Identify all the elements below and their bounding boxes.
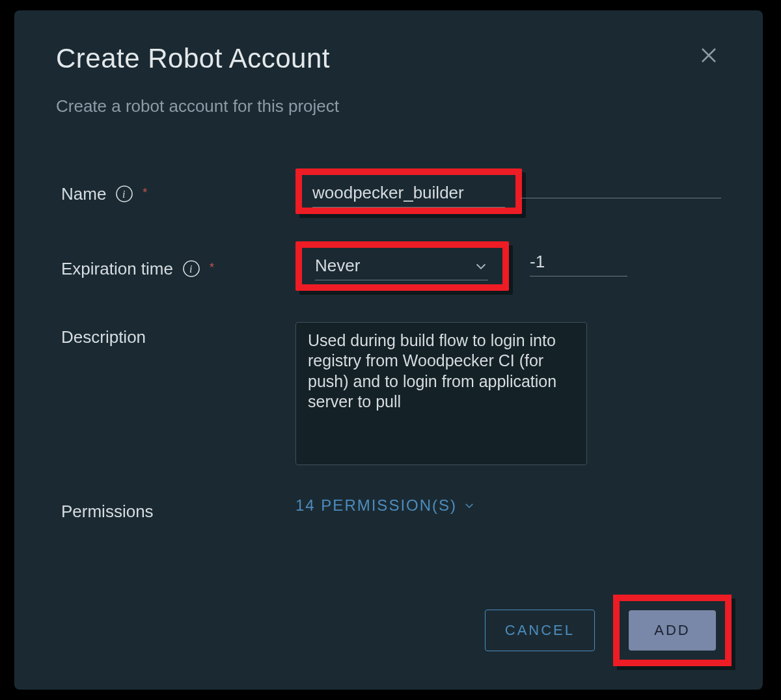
highlight-add: ADD <box>613 595 732 666</box>
highlight-name <box>295 168 522 214</box>
form: Name i * Expiration time i * <box>14 116 763 522</box>
close-button[interactable] <box>696 43 721 70</box>
svg-text:i: i <box>122 189 125 200</box>
permissions-field: 14 PERMISSION(S) <box>295 496 721 515</box>
cancel-button[interactable]: CANCEL <box>485 610 595 651</box>
permissions-expand[interactable]: 14 PERMISSION(S) <box>295 496 475 515</box>
name-label: Name <box>61 184 106 204</box>
expiration-days-input[interactable] <box>530 250 627 276</box>
permissions-row: Permissions 14 PERMISSION(S) <box>61 496 721 522</box>
name-field <box>295 168 721 214</box>
name-underline-extension <box>521 168 721 198</box>
add-button[interactable]: ADD <box>629 610 716 651</box>
info-icon[interactable]: i <box>115 185 133 203</box>
required-marker: * <box>210 261 214 275</box>
info-icon[interactable]: i <box>182 260 200 278</box>
modal-subtitle: Create a robot account for this project <box>14 81 763 116</box>
modal-title: Create Robot Account <box>56 43 330 74</box>
close-icon <box>699 46 719 65</box>
chevron-down-icon <box>463 500 475 511</box>
description-field <box>295 322 721 465</box>
name-label-group: Name i * <box>61 179 295 204</box>
description-row: Description <box>61 322 721 465</box>
highlight-expiration: Never <box>295 241 509 291</box>
expiration-label-group: Expiration time i * <box>61 254 295 279</box>
permissions-label: Permissions <box>61 502 154 522</box>
expiration-label: Expiration time <box>61 259 173 279</box>
permissions-label-group: Permissions <box>61 496 295 522</box>
required-marker: * <box>143 186 147 200</box>
svg-text:i: i <box>189 263 192 275</box>
permissions-count: 14 PERMISSION(S) <box>295 496 457 515</box>
create-robot-modal: Create Robot Account Create a robot acco… <box>14 10 763 690</box>
expiration-select-wrap: Never <box>315 254 492 280</box>
expiration-select[interactable]: Never <box>315 254 488 280</box>
expiration-select-value: Never <box>315 256 360 276</box>
expiration-row: Expiration time i * Never <box>61 241 721 291</box>
expiration-field: Never <box>295 241 721 291</box>
description-textarea[interactable] <box>295 322 587 465</box>
description-label: Description <box>61 327 146 347</box>
name-input[interactable] <box>312 182 505 208</box>
description-label-group: Description <box>61 322 295 347</box>
name-row: Name i * <box>61 168 721 214</box>
modal-header: Create Robot Account <box>14 10 763 81</box>
modal-footer: CANCEL ADD <box>485 595 732 666</box>
chevron-down-icon <box>474 259 488 273</box>
